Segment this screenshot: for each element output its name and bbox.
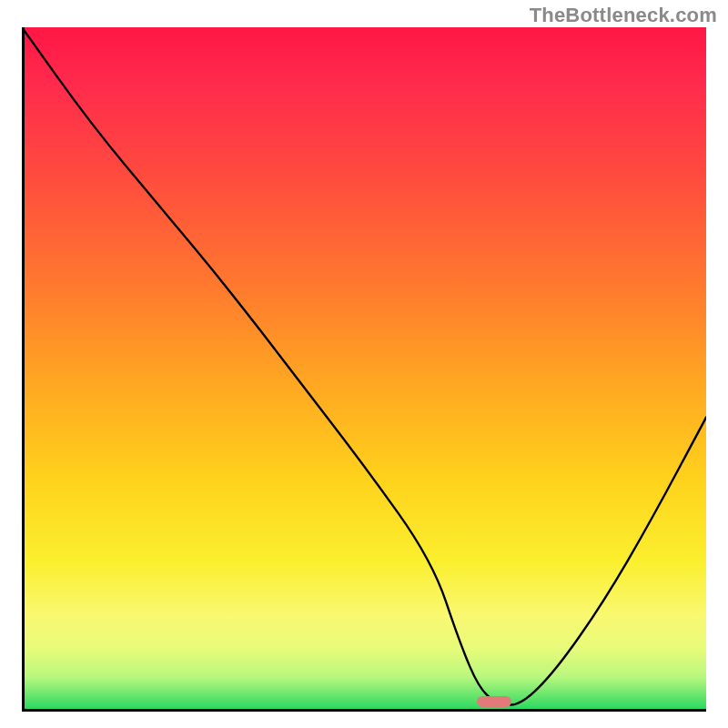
bottleneck-curve [22,27,706,705]
plot-area [22,27,706,712]
watermark-text: TheBottleneck.com [530,4,717,27]
optimal-marker [477,696,511,707]
curve-layer [22,27,706,712]
